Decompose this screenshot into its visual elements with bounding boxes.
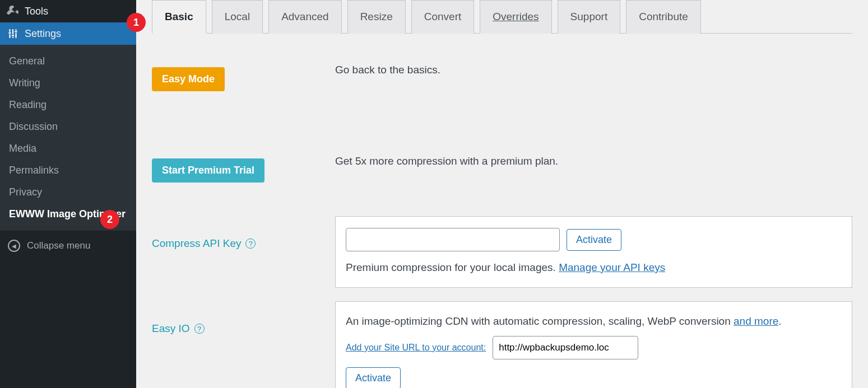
api-key-label-text: Compress API Key	[152, 237, 241, 250]
menu-settings-label: Settings	[25, 28, 61, 40]
collapse-menu[interactable]: Collapse menu	[0, 234, 136, 258]
tab-contribute[interactable]: Contribute	[626, 0, 701, 34]
easyio-desc-text: An image-optimizing CDN with automatic c…	[346, 315, 734, 327]
submenu-privacy[interactable]: Privacy	[0, 181, 136, 203]
site-url-input[interactable]	[493, 336, 638, 359]
api-desc-text: Premium compression for your local image…	[346, 261, 559, 273]
badge-1: 1	[127, 13, 146, 32]
menu-tools[interactable]: Tools	[0, 0, 136, 22]
submenu-general[interactable]: General	[0, 50, 136, 72]
help-icon[interactable]: ?	[245, 239, 256, 249]
menu-settings[interactable]: Settings 1	[0, 22, 136, 45]
tab-resize[interactable]: Resize	[347, 0, 406, 34]
and-more-link[interactable]: and more	[734, 315, 778, 327]
collapse-label: Collapse menu	[27, 240, 90, 251]
collapse-icon	[8, 240, 20, 252]
api-desc: Premium compression for your local image…	[346, 259, 842, 276]
tab-convert[interactable]: Convert	[411, 0, 475, 34]
submenu-discussion[interactable]: Discussion	[0, 116, 136, 138]
api-key-label: Compress API Key ?	[152, 232, 335, 250]
help-icon[interactable]: ?	[194, 324, 205, 334]
period: .	[778, 315, 781, 327]
submenu-media[interactable]: Media	[0, 138, 136, 160]
submenu-reading[interactable]: Reading	[0, 94, 136, 116]
row-premium: Start Premium Trial Get 5x more compress…	[152, 153, 852, 183]
easyio-panel: An image-optimizing CDN with automatic c…	[335, 301, 852, 388]
tab-support[interactable]: Support	[558, 0, 621, 34]
tab-basic[interactable]: Basic	[152, 0, 206, 34]
easy-mode-desc: Go back to the basics.	[335, 62, 852, 78]
easyio-label: Easy IO ?	[152, 317, 335, 335]
easyio-label-text: Easy IO	[152, 322, 190, 335]
row-easy-mode: Easy Mode Go back to the basics.	[152, 62, 852, 91]
start-premium-button[interactable]: Start Premium Trial	[152, 158, 264, 183]
sliders-icon	[7, 27, 19, 40]
tab-advanced[interactable]: Advanced	[268, 0, 342, 34]
wrench-icon	[7, 5, 19, 17]
main-content: Basic Local Advanced Resize Convert Over…	[136, 0, 868, 388]
menu-tools-label: Tools	[25, 6, 48, 17]
api-key-input[interactable]	[346, 228, 560, 251]
premium-label-cell: Start Premium Trial	[152, 153, 335, 183]
easy-mode-button[interactable]: Easy Mode	[152, 67, 225, 91]
submenu-ewww[interactable]: EWWW Image Optimizer 2	[0, 203, 136, 225]
easy-mode-label-cell: Easy Mode	[152, 62, 335, 91]
settings-tabs: Basic Local Advanced Resize Convert Over…	[152, 0, 852, 34]
form-area: Easy Mode Go back to the basics. Start P…	[152, 62, 852, 388]
submenu-permalinks[interactable]: Permalinks	[0, 160, 136, 181]
tab-overrides[interactable]: Overrides	[480, 0, 551, 34]
admin-sidebar: Tools Settings 1 General Writing Reading…	[0, 0, 136, 388]
badge-2: 2	[100, 210, 119, 229]
manage-api-keys-link[interactable]: Manage your API keys	[559, 261, 665, 273]
easyio-activate-button[interactable]: Activate	[346, 367, 401, 388]
submenu-writing[interactable]: Writing	[0, 72, 136, 94]
settings-submenu: General Writing Reading Discussion Media…	[0, 45, 136, 231]
tab-local[interactable]: Local	[212, 0, 263, 34]
easyio-desc: An image-optimizing CDN with automatic c…	[346, 313, 842, 330]
premium-desc: Get 5x more compression with a premium p…	[335, 153, 852, 170]
add-site-url-link[interactable]: Add your Site URL to your account:	[346, 343, 486, 353]
api-activate-button[interactable]: Activate	[567, 229, 621, 251]
api-key-panel: Activate Premium compression for your lo…	[335, 216, 852, 288]
